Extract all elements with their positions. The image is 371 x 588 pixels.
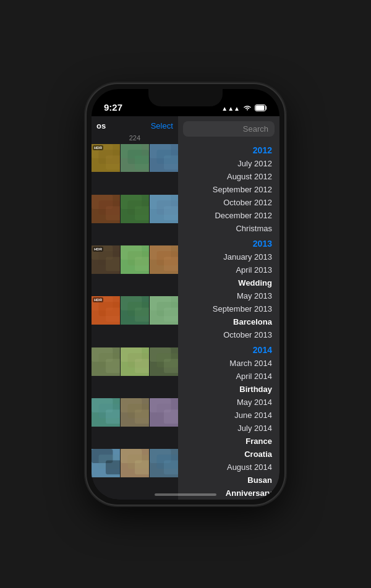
photo-cell[interactable]	[121, 144, 149, 173]
photos-grid: HDRHDRHDR	[92, 144, 178, 500]
photo-cell[interactable]	[92, 449, 120, 477]
album-item[interactable]: August 2012	[178, 170, 279, 183]
album-item[interactable]: April 2014	[178, 370, 279, 383]
search-bar[interactable]: Search	[183, 121, 275, 137]
photo-cell[interactable]	[150, 144, 178, 173]
wifi-icon	[243, 104, 252, 112]
photo-cell[interactable]: HDR	[92, 296, 120, 325]
svg-rect-69	[135, 409, 149, 424]
svg-rect-77	[106, 461, 120, 475]
photo-cell[interactable]	[121, 296, 149, 325]
phone-frame: 9:27 ▲▲▲	[87, 84, 284, 505]
album-item[interactable]: January 2013	[178, 250, 279, 263]
svg-rect-9	[135, 155, 149, 169]
album-item[interactable]: July 2014	[178, 422, 279, 435]
phone-screen: 9:27 ▲▲▲	[92, 89, 279, 500]
svg-rect-81	[135, 461, 149, 475]
photo-cell[interactable]	[150, 347, 178, 376]
album-item[interactable]: Croatia	[178, 448, 279, 461]
svg-rect-53	[106, 359, 120, 373]
album-item[interactable]: August 2014	[178, 461, 279, 474]
search-placeholder: Search	[243, 124, 268, 134]
album-item[interactable]: December 2012	[178, 209, 279, 222]
year-header-2014: 2014	[178, 341, 279, 357]
photo-cell[interactable]	[92, 195, 120, 223]
album-item[interactable]: Christmas	[178, 222, 279, 235]
album-item[interactable]: April 2013	[178, 263, 279, 276]
album-item[interactable]: France	[178, 435, 279, 448]
svg-rect-57	[135, 359, 149, 373]
svg-rect-73	[164, 409, 178, 424]
photo-cell[interactable]	[121, 398, 149, 427]
year-header-2012: 2012	[178, 142, 279, 157]
photos-title: os	[96, 121, 106, 130]
album-item[interactable]: October 2012	[178, 196, 279, 209]
album-item[interactable]: May 2013	[178, 289, 279, 302]
albums-panel: Search 2012July 2012August 2012September…	[178, 116, 279, 500]
album-item[interactable]: September 2012	[178, 183, 279, 196]
photos-panel: os Select 224 HDRHDRHDR	[92, 116, 178, 500]
svg-rect-33	[135, 257, 149, 271]
album-item[interactable]: Wedding	[178, 276, 279, 289]
album-item[interactable]: September 2013	[178, 302, 279, 315]
album-item[interactable]: May 2014	[178, 396, 279, 409]
photo-cell[interactable]	[92, 347, 120, 376]
svg-rect-41	[106, 308, 120, 322]
photo-cell[interactable]: HDR	[92, 245, 120, 274]
select-button[interactable]: Select	[151, 121, 173, 130]
svg-rect-17	[106, 206, 120, 220]
photos-count: 224	[92, 133, 178, 144]
svg-rect-65	[106, 409, 120, 424]
album-item[interactable]: Barcelona	[178, 315, 279, 328]
photo-cell[interactable]	[150, 245, 178, 274]
year-header-2013: 2013	[178, 235, 279, 250]
signal-icon: ▲▲▲	[221, 105, 240, 112]
album-item[interactable]: October 2013	[178, 328, 279, 341]
home-indicator	[155, 493, 216, 496]
photo-cell[interactable]	[121, 245, 149, 274]
photo-cell[interactable]	[121, 195, 149, 223]
svg-rect-13	[164, 155, 178, 169]
photo-cell[interactable]	[121, 347, 149, 376]
photo-cell[interactable]	[150, 195, 178, 223]
svg-rect-49	[164, 308, 178, 322]
photo-cell[interactable]: HDR	[92, 144, 120, 173]
album-item[interactable]: July 2012	[178, 157, 279, 170]
svg-rect-1	[256, 105, 265, 110]
albums-list: 2012July 2012August 2012September 2012Oc…	[178, 139, 279, 500]
album-item[interactable]: Birthday	[178, 383, 279, 396]
svg-rect-61	[164, 359, 178, 373]
svg-rect-21	[135, 206, 149, 220]
battery-icon	[255, 104, 267, 113]
photo-cell[interactable]	[150, 296, 178, 325]
photo-cell[interactable]	[121, 449, 149, 477]
album-item[interactable]: June 2014	[178, 409, 279, 422]
svg-rect-25	[164, 206, 178, 220]
svg-rect-5	[106, 155, 120, 169]
photo-cell[interactable]	[150, 398, 178, 427]
photo-cell[interactable]	[150, 449, 178, 477]
screen-content: os Select 224 HDRHDRHDR Search 2012July …	[92, 116, 279, 500]
svg-rect-37	[164, 257, 178, 271]
photos-header: os Select	[92, 116, 178, 133]
notch	[148, 89, 223, 106]
photo-cell[interactable]	[92, 398, 120, 427]
album-item[interactable]: March 2014	[178, 357, 279, 370]
svg-rect-45	[135, 308, 149, 322]
status-icons: ▲▲▲	[221, 104, 267, 113]
svg-rect-85	[164, 461, 178, 475]
album-item[interactable]: Busan	[178, 474, 279, 487]
svg-rect-29	[106, 257, 120, 271]
